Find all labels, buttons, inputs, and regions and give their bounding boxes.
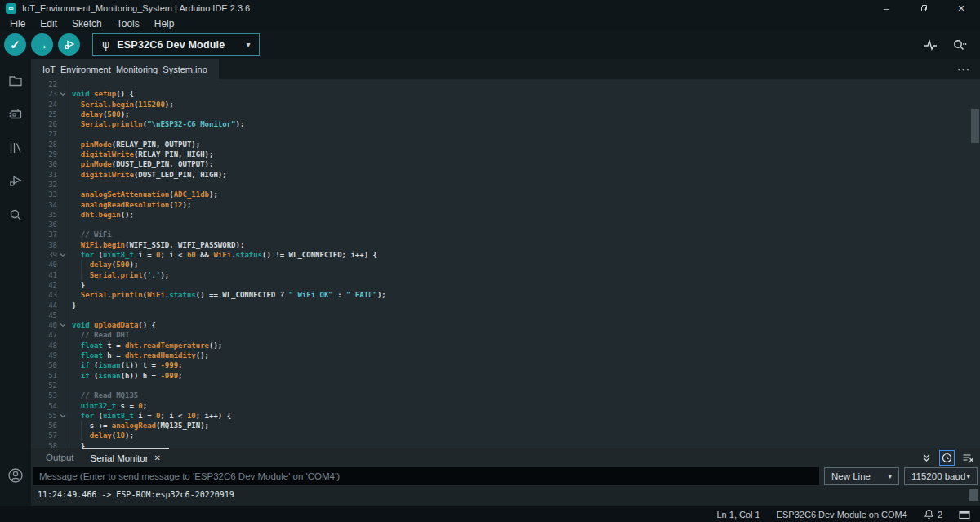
code-line[interactable]: 30 pinMode(DUST_LED_PIN, OUTPUT); <box>31 159 980 169</box>
code-line[interactable]: 44} <box>31 301 980 310</box>
toggle-timestamp-button[interactable] <box>939 450 955 466</box>
code-text: } <box>69 301 76 310</box>
fold-chevron-icon[interactable] <box>57 320 69 330</box>
code-line[interactable]: 22 <box>31 79 980 89</box>
fold-chevron-icon[interactable] <box>57 89 69 99</box>
sidebar-item-library-manager[interactable] <box>0 131 31 164</box>
collapse-panel-icon[interactable] <box>921 453 932 463</box>
tab-sketch-file[interactable]: IoT_Environment_Monitoring_System.ino <box>31 59 219 79</box>
fold-chevron-icon[interactable] <box>57 250 69 260</box>
code-line[interactable]: 42 } <box>31 280 980 290</box>
code-text: if (isnan(t)) t = -999; <box>69 360 183 370</box>
board-port-status[interactable]: ESP32C6 Dev Module on COM4 <box>777 510 907 520</box>
code-line[interactable]: 45 <box>31 310 980 320</box>
code-text: // WiFi <box>69 230 112 239</box>
line-number: 30 <box>31 159 57 169</box>
toggle-panel-button[interactable] <box>959 510 970 520</box>
upload-button[interactable]: → <box>31 33 53 56</box>
line-number: 33 <box>31 190 57 199</box>
menu-edit[interactable]: Edit <box>33 18 65 29</box>
code-line[interactable]: 48 float t = dht.readTemperature(); <box>31 341 980 350</box>
code-line[interactable]: 23void setup() { <box>31 89 980 99</box>
editor-vertical-scrollbar[interactable] <box>971 109 979 143</box>
account-button[interactable] <box>0 458 31 492</box>
line-number: 55 <box>31 411 57 421</box>
code-line[interactable]: 41 Serial.print('.'); <box>31 270 980 280</box>
board-selector[interactable]: ψ ESP32C6 Dev Module ▾ <box>92 33 260 56</box>
close-button[interactable]: ✕ <box>942 0 980 16</box>
serial-monitor-icon[interactable] <box>952 38 967 51</box>
menu-file[interactable]: File <box>2 18 33 29</box>
line-number: 40 <box>31 260 57 270</box>
notification-count: 2 <box>938 510 942 520</box>
tab-serial-monitor[interactable]: Serial Monitor ✕ <box>82 448 169 466</box>
code-line[interactable]: 39 for (uint8_t i = 0; i < 60 && WiFi.st… <box>31 250 980 260</box>
code-text: float t = dht.readTemperature(); <box>69 341 222 350</box>
code-line[interactable]: 34 analogReadResolution(12); <box>31 200 980 210</box>
code-line[interactable]: 47 // Read DHT <box>31 330 980 340</box>
serial-output-line: 11:24:49.466 -> ESP-ROM:esp32c6-20220919 <box>38 490 234 499</box>
serial-output-area[interactable]: 11:24:49.466 -> ESP-ROM:esp32c6-20220919 <box>31 486 980 506</box>
restore-button[interactable] <box>905 0 942 16</box>
code-line[interactable]: 49 float h = dht.readHumidity(); <box>31 350 980 360</box>
cursor-position[interactable]: Ln 1, Col 1 <box>716 510 760 520</box>
code-line[interactable]: 58 } <box>31 441 980 448</box>
code-line[interactable]: 37 // WiFi <box>31 230 980 239</box>
fold-gutter <box>57 371 69 381</box>
code-line[interactable]: 40 delay(500); <box>31 260 980 270</box>
search-icon <box>7 207 24 223</box>
code-line[interactable]: 31 digitalWrite(DUST_LED_PIN, HIGH); <box>31 170 980 180</box>
books-icon <box>7 140 24 156</box>
code-line[interactable]: 52 <box>31 381 980 390</box>
verify-button[interactable]: ✓ <box>4 33 26 56</box>
code-line[interactable]: 26 Serial.println("\nESP32-C6 Monitor"); <box>31 119 980 129</box>
line-number: 37 <box>31 230 57 239</box>
serial-message-input[interactable] <box>33 467 819 485</box>
menu-help[interactable]: Help <box>147 18 182 29</box>
code-line[interactable]: 53 // Read MQ135 <box>31 390 980 400</box>
code-line[interactable]: 51 if (isnan(h)) h = -999; <box>31 371 980 381</box>
code-text: pinMode(RELAY_PIN, OUTPUT); <box>69 140 200 149</box>
code-line[interactable]: 54 uint32_t s = 0; <box>31 401 980 411</box>
notifications-button[interactable]: 2 <box>924 509 942 520</box>
minimize-icon: – <box>884 3 889 13</box>
sidebar-item-sketchbook[interactable] <box>0 64 31 97</box>
code-line[interactable]: 56 s += analogRead(MQ135_PIN); <box>31 421 980 431</box>
code-line[interactable]: 50 if (isnan(t)) t = -999; <box>31 360 980 370</box>
serial-input-row: New Line ▾ 115200 baud ▾ <box>31 466 980 486</box>
code-line[interactable]: 28 pinMode(RELAY_PIN, OUTPUT); <box>31 140 980 149</box>
menu-tools[interactable]: Tools <box>109 18 147 29</box>
clear-output-icon[interactable] <box>962 453 974 463</box>
fold-chevron-icon[interactable] <box>57 411 69 421</box>
serial-plotter-icon[interactable] <box>924 38 938 51</box>
code-line[interactable]: 36 <box>31 220 980 230</box>
more-actions-icon[interactable]: ··· <box>957 63 970 75</box>
code-line[interactable]: 27 <box>31 129 980 139</box>
code-line[interactable]: 38 WiFi.begin(WIFI_SSID, WIFI_PASSWORD); <box>31 240 980 250</box>
close-tab-icon[interactable]: ✕ <box>154 453 160 462</box>
sidebar-item-boards-manager[interactable] <box>0 97 31 131</box>
code-line[interactable]: 24 Serial.begin(115200); <box>31 100 980 109</box>
code-line[interactable]: 25 delay(500); <box>31 109 980 119</box>
minimize-button[interactable]: – <box>867 0 905 16</box>
code-line[interactable]: 29 digitalWrite(RELAY_PIN, HIGH); <box>31 149 980 159</box>
code-line[interactable]: 55 for (uint8_t i = 0; i < 10; i++) { <box>31 411 980 421</box>
code-line[interactable]: 57 delay(10); <box>31 431 980 440</box>
code-line[interactable]: 33 analogSetAttenuation(ADC_11db); <box>31 190 980 199</box>
code-text: digitalWrite(RELAY_PIN, HIGH); <box>69 149 213 159</box>
sidebar-item-debug[interactable] <box>0 164 31 198</box>
menu-sketch[interactable]: Sketch <box>65 18 109 29</box>
sidebar-item-search[interactable] <box>0 198 31 231</box>
code-line[interactable]: 32 <box>31 180 980 190</box>
debug-button[interactable] <box>58 33 80 56</box>
code-line[interactable]: 43 Serial.println(WiFi.status() == WL_CO… <box>31 290 980 300</box>
baud-rate-select[interactable]: 115200 baud ▾ <box>904 467 978 485</box>
tab-output[interactable]: Output <box>38 448 82 466</box>
output-scrollbar[interactable] <box>969 489 978 501</box>
editor-tab-bar: IoT_Environment_Monitoring_System.ino ··… <box>31 59 980 79</box>
code-line[interactable]: 35 dht.begin(); <box>31 210 980 220</box>
code-line[interactable]: 46void uploadData() { <box>31 320 980 330</box>
restore-icon <box>920 4 928 12</box>
line-ending-select[interactable]: New Line ▾ <box>824 467 899 485</box>
code-editor[interactable]: 2223void setup() {24 Serial.begin(115200… <box>31 79 980 448</box>
